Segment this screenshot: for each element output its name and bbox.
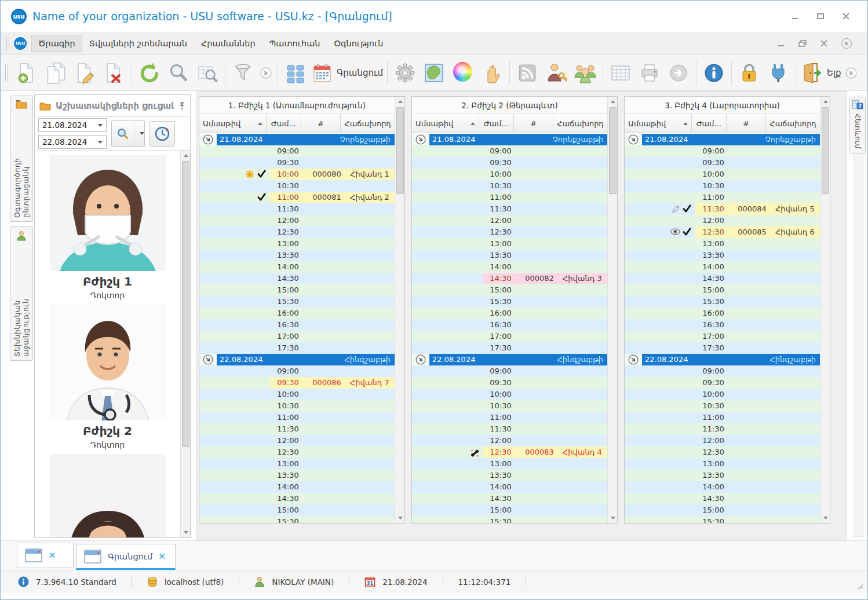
schedule-time-row[interactable]: 11:30 bbox=[199, 203, 395, 215]
close-icon[interactable]: ✕ bbox=[49, 550, 56, 561]
schedule-time-row[interactable]: 14:00 bbox=[199, 481, 395, 493]
schedule-time-row[interactable]: 12:30 bbox=[199, 447, 395, 458]
plug-button[interactable] bbox=[764, 58, 793, 88]
group-expand-icon[interactable] bbox=[412, 134, 429, 145]
mdi-minimize-button[interactable] bbox=[777, 39, 785, 47]
schedule-time-row[interactable]: 11:00 bbox=[625, 192, 820, 203]
column-time[interactable]: Ժամ... bbox=[692, 114, 726, 133]
schedule-time-row[interactable]: 12:30 bbox=[412, 226, 607, 238]
schedule-time-row[interactable]: 14:30000082Հիվանդ 3 bbox=[412, 273, 607, 284]
schedule-time-row[interactable]: 14:30 bbox=[412, 493, 607, 504]
schedule-time-row[interactable]: 15:30 bbox=[625, 516, 820, 523]
schedule-time-row[interactable]: 16:30 bbox=[625, 319, 820, 331]
schedule-time-row[interactable]: 13:30 bbox=[199, 470, 395, 481]
menu-item-3[interactable]: Պատուհան bbox=[262, 35, 327, 52]
schedule-time-row[interactable]: 15:00 bbox=[412, 504, 607, 516]
schedule-time-row[interactable]: 13:00 bbox=[625, 458, 820, 470]
schedule-time-row[interactable]: 09:30 bbox=[625, 377, 820, 389]
minimize-button[interactable] bbox=[786, 9, 804, 24]
schedule-time-row[interactable]: 15:00 bbox=[199, 284, 395, 296]
mdi-close-button[interactable] bbox=[820, 39, 828, 47]
column-time[interactable]: Ժամ... bbox=[267, 114, 301, 133]
schedule-group-row[interactable]: 22.08.2024Հինգշաբթի bbox=[625, 354, 820, 365]
schedule-time-row[interactable]: 12:00 bbox=[199, 435, 395, 447]
edit-record-button[interactable] bbox=[71, 58, 100, 88]
mdi-overflow-icon[interactable] bbox=[841, 38, 852, 49]
schedule-time-row[interactable]: 10:30 bbox=[412, 180, 607, 192]
scroll-up-icon[interactable] bbox=[181, 151, 190, 160]
schedule-time-row[interactable]: 11:00 bbox=[412, 192, 607, 203]
schedule-time-row[interactable]: 10:00 bbox=[412, 169, 607, 180]
column-date[interactable]: Ամսաթիվ bbox=[412, 114, 479, 133]
schedule-time-row[interactable]: 15:30 bbox=[199, 516, 395, 523]
schedule-time-row[interactable]: 17:30 bbox=[625, 342, 820, 354]
resize-grip[interactable] bbox=[856, 582, 864, 590]
filter-button[interactable] bbox=[228, 58, 257, 88]
schedule-time-row[interactable]: 10:30 bbox=[412, 400, 607, 412]
schedule-time-row[interactable]: 11:00 bbox=[412, 412, 607, 423]
schedule-time-row[interactable]: 14:00 bbox=[625, 481, 820, 493]
schedule-time-row[interactable]: 15:30 bbox=[412, 296, 607, 308]
schedule-time-row[interactable]: 10:00 bbox=[199, 389, 395, 400]
copy-record-button[interactable] bbox=[42, 58, 71, 88]
chevron-down-icon[interactable] bbox=[134, 121, 144, 147]
print-button[interactable] bbox=[635, 58, 664, 88]
menu-item-2[interactable]: Հրամաններ bbox=[194, 35, 262, 52]
forward-button[interactable] bbox=[664, 58, 693, 88]
schedule-time-row[interactable]: 14:00 bbox=[412, 261, 607, 273]
toolbar-overflow-button[interactable] bbox=[843, 58, 860, 88]
schedule-time-row[interactable]: 13:30 bbox=[199, 250, 395, 261]
schedule-time-row[interactable]: 15:00 bbox=[625, 504, 820, 516]
schedule-time-row[interactable]: 13:30 bbox=[412, 250, 607, 261]
user-rights-button[interactable] bbox=[542, 58, 571, 88]
right-scroll-track[interactable] bbox=[854, 96, 863, 537]
group-expand-icon[interactable] bbox=[199, 134, 217, 145]
search-split-button[interactable] bbox=[111, 120, 145, 147]
schedule-time-row[interactable]: 14:30 bbox=[625, 493, 820, 504]
scroll-up-icon[interactable] bbox=[820, 97, 830, 107]
schedule-time-row[interactable]: 14:00 bbox=[199, 261, 395, 273]
schedule-time-row[interactable]: 10:30 bbox=[199, 180, 395, 192]
schedule-time-row[interactable]: 13:00 bbox=[625, 238, 820, 250]
scroll-down-icon[interactable] bbox=[181, 528, 190, 537]
schedule-time-row[interactable]: 13:30 bbox=[625, 250, 820, 261]
schedule-time-row[interactable]: 11:00 bbox=[199, 412, 395, 423]
schedule-time-row[interactable]: 12:00 bbox=[412, 215, 607, 226]
column-date[interactable]: Ամսաթիվ bbox=[625, 114, 692, 133]
schedule-time-row[interactable]: 10:00000080Հիվանդ 1 bbox=[199, 169, 395, 180]
schedule-time-row[interactable]: 17:00 bbox=[625, 331, 820, 342]
column-time[interactable]: Ժամ... bbox=[479, 114, 513, 133]
register-button[interactable]: Գրանցում bbox=[310, 58, 384, 88]
close-button[interactable] bbox=[837, 9, 855, 24]
schedule-time-row[interactable]: 10:00 bbox=[625, 169, 820, 180]
panel-scrollbar[interactable] bbox=[395, 97, 404, 523]
group-expand-icon[interactable] bbox=[199, 354, 217, 365]
schedule-time-row[interactable]: 15:00 bbox=[625, 284, 820, 296]
mdi-restore-button[interactable] bbox=[798, 39, 807, 47]
schedule-time-row[interactable]: 16:30 bbox=[199, 319, 395, 331]
schedule-time-row[interactable]: 13:00 bbox=[199, 458, 395, 470]
maximize-button[interactable] bbox=[812, 9, 829, 24]
schedule-time-row[interactable]: 11:30 bbox=[625, 423, 820, 435]
schedule-time-row[interactable]: 17:30 bbox=[199, 342, 395, 354]
employee-list-scrollbar[interactable] bbox=[180, 151, 190, 537]
schedule-time-row[interactable]: 09:30 bbox=[412, 377, 607, 389]
column-client[interactable]: Հաճախորդ bbox=[553, 114, 607, 133]
schedule-time-row[interactable]: 16:30 bbox=[412, 319, 607, 331]
colors-button[interactable] bbox=[448, 58, 477, 88]
close-icon[interactable]: ✕ bbox=[158, 551, 166, 562]
pin-icon[interactable] bbox=[178, 101, 185, 111]
schedule-time-row[interactable]: 12:30 bbox=[625, 447, 820, 458]
filter-overflow-button[interactable] bbox=[257, 58, 275, 88]
table-button[interactable] bbox=[606, 58, 635, 88]
refresh-button[interactable] bbox=[135, 58, 164, 88]
schedule-time-row[interactable]: 13:30 bbox=[625, 470, 820, 481]
schedule-time-row[interactable]: 12:30000083Հիվանդ 4 bbox=[412, 447, 607, 458]
menu-item-1[interactable]: Տվյալների շտեմարան bbox=[82, 35, 194, 52]
schedule-time-row[interactable]: 14:00 bbox=[412, 481, 607, 493]
column-client[interactable]: Հաճախորդ bbox=[766, 114, 820, 133]
column-date[interactable]: Ամսաթիվ bbox=[199, 114, 267, 133]
employee-card[interactable] bbox=[35, 454, 180, 537]
sidebar-tab-user-menu[interactable]: Օգտագործողի ընտրացանկ bbox=[10, 96, 33, 222]
schedule-time-row[interactable]: 12:00 bbox=[625, 215, 820, 226]
